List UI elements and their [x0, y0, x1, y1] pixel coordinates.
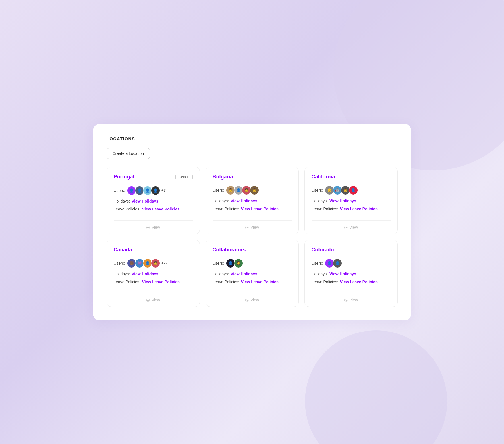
card-header-colorado: Colorado	[312, 247, 391, 253]
avatar-count-portugal: +7	[161, 188, 166, 193]
avatars-portugal: 👤 👤 👤 👤 +7	[127, 186, 166, 195]
policies-label-portugal: Leave Policies:	[114, 207, 140, 211]
policies-label-collaborators: Leave Policies:	[213, 280, 239, 284]
avatar-4: 👩	[151, 259, 160, 268]
view-button-canada[interactable]: ◎ View	[114, 293, 193, 307]
view-button-collaborators[interactable]: ◎ View	[213, 293, 292, 307]
avatars-canada: 🐻 👾 👤 👩 +27	[127, 259, 168, 268]
holidays-row-collaborators: Holidays: View Holidays	[213, 272, 292, 276]
users-label-colorado: Users:	[312, 261, 323, 266]
users-label-california: Users:	[312, 188, 323, 193]
holidays-row-colorado: Holidays: View Holidays	[312, 272, 391, 276]
holidays-label-california: Holidays:	[312, 199, 328, 203]
policies-label-canada: Leave Policies:	[114, 280, 140, 284]
users-row-california: Users: 👴 🤖 👨 👤	[312, 185, 391, 195]
location-name-california: California	[312, 174, 335, 180]
policies-label-colorado: Leave Policies:	[312, 280, 338, 284]
holidays-row-california: Holidays: View Holidays	[312, 199, 391, 203]
view-button-colorado[interactable]: ◎ View	[312, 293, 391, 307]
users-label-bulgaria: Users:	[213, 188, 224, 193]
policies-link-bulgaria[interactable]: View Leave Policies	[241, 207, 279, 211]
policies-row-california: Leave Policies: View Leave Policies	[312, 207, 391, 211]
users-row-canada: Users: 🐻 👾 👤 👩 +27	[114, 259, 193, 268]
card-body-california: Users: 👴 🤖 👨 👤 Holidays: View Holidays L…	[312, 185, 391, 215]
holidays-label-canada: Holidays:	[114, 272, 130, 276]
eye-icon-collaborators: ◎	[245, 297, 249, 303]
location-name-canada: Canada	[114, 247, 132, 253]
users-label-portugal: Users:	[114, 188, 125, 193]
policies-link-portugal[interactable]: View Leave Policies	[142, 207, 180, 211]
view-button-portugal[interactable]: ◎ View	[114, 220, 193, 234]
eye-icon-colorado: ◎	[344, 297, 348, 303]
users-row-colorado: Users: 👤 👤	[312, 259, 391, 268]
avatar-2: 👤	[333, 259, 342, 268]
view-label-collaborators: View	[250, 298, 259, 302]
policies-label-bulgaria: Leave Policies:	[213, 207, 239, 211]
card-header-california: California	[312, 174, 391, 180]
avatar-count-canada: +27	[161, 261, 168, 265]
users-label-canada: Users:	[114, 261, 125, 266]
location-card-portugal: Portugal Default Users: 👤 👤 👤 👤 +7 Holid…	[107, 167, 200, 234]
view-label-colorado: View	[349, 298, 358, 302]
policies-row-bulgaria: Leave Policies: View Leave Policies	[213, 207, 292, 211]
card-body-canada: Users: 🐻 👾 👤 👩 +27 Holidays: View Holida…	[114, 259, 193, 287]
holidays-link-california[interactable]: View Holidays	[329, 199, 356, 203]
locations-grid: Portugal Default Users: 👤 👤 👤 👤 +7 Holid…	[107, 167, 398, 307]
avatar-4: 👨	[250, 185, 259, 195]
card-header-bulgaria: Bulgaria	[213, 174, 292, 180]
location-card-california: California Users: 👴 🤖 👨 👤 Holidays: View…	[304, 167, 398, 234]
users-row-collaborators: Users: 👤 🧔	[213, 259, 292, 268]
location-card-collaborators: Collaborators Users: 👤 🧔 Holidays: View …	[206, 240, 299, 307]
users-row-bulgaria: Users: 👨 👤 👩 👨	[213, 185, 292, 195]
holidays-row-bulgaria: Holidays: View Holidays	[213, 199, 292, 203]
view-label-bulgaria: View	[250, 225, 259, 230]
holidays-label-colorado: Holidays:	[312, 272, 328, 276]
policies-row-canada: Leave Policies: View Leave Policies	[114, 280, 193, 284]
page-title: LOCATIONS	[107, 136, 398, 141]
create-location-button[interactable]: Create a Location	[107, 148, 150, 159]
view-button-bulgaria[interactable]: ◎ View	[213, 220, 292, 234]
policies-link-colorado[interactable]: View Leave Policies	[340, 280, 378, 284]
default-badge-portugal: Default	[175, 174, 192, 180]
holidays-label-collaborators: Holidays:	[213, 272, 229, 276]
holidays-row-portugal: Holidays: View Holidays	[114, 199, 193, 203]
avatar-4: 👤	[151, 186, 160, 195]
view-label-canada: View	[152, 298, 160, 302]
view-button-california[interactable]: ◎ View	[312, 220, 391, 234]
card-header-collaborators: Collaborators	[213, 247, 292, 253]
policies-label-california: Leave Policies:	[312, 207, 338, 211]
eye-icon-canada: ◎	[146, 297, 150, 303]
view-label-california: View	[349, 225, 358, 230]
holidays-link-collaborators[interactable]: View Holidays	[231, 272, 257, 276]
policies-row-portugal: Leave Policies: View Leave Policies	[114, 207, 193, 211]
policies-link-canada[interactable]: View Leave Policies	[142, 280, 180, 284]
policies-link-collaborators[interactable]: View Leave Policies	[241, 280, 279, 284]
users-row-portugal: Users: 👤 👤 👤 👤 +7	[114, 186, 193, 195]
users-label-collaborators: Users:	[213, 261, 224, 266]
avatars-collaborators: 👤 🧔	[226, 259, 242, 268]
location-card-colorado: Colorado Users: 👤 👤 Holidays: View Holid…	[304, 240, 398, 307]
eye-icon-bulgaria: ◎	[245, 225, 249, 230]
avatar-4: 👤	[349, 185, 358, 195]
view-label-portugal: View	[152, 225, 160, 230]
holidays-link-bulgaria[interactable]: View Holidays	[231, 199, 257, 203]
holidays-link-canada[interactable]: View Holidays	[132, 272, 158, 276]
card-body-portugal: Users: 👤 👤 👤 👤 +7 Holidays: View Holiday…	[114, 186, 193, 215]
avatars-colorado: 👤 👤	[325, 259, 341, 268]
card-header-portugal: Portugal Default	[114, 174, 193, 180]
holidays-label-bulgaria: Holidays:	[213, 199, 229, 203]
card-body-collaborators: Users: 👤 🧔 Holidays: View Holidays Leave…	[213, 259, 292, 287]
card-header-canada: Canada	[114, 247, 193, 253]
holidays-link-portugal[interactable]: View Holidays	[132, 199, 158, 203]
location-name-collaborators: Collaborators	[213, 247, 246, 253]
holidays-link-colorado[interactable]: View Holidays	[329, 272, 356, 276]
location-name-colorado: Colorado	[312, 247, 334, 253]
policies-link-california[interactable]: View Leave Policies	[340, 207, 378, 211]
holidays-label-portugal: Holidays:	[114, 199, 130, 203]
location-card-canada: Canada Users: 🐻 👾 👤 👩 +27 Holidays: View…	[107, 240, 200, 307]
avatars-bulgaria: 👨 👤 👩 👨	[226, 185, 258, 195]
location-name-bulgaria: Bulgaria	[213, 174, 233, 180]
main-card: LOCATIONS Create a Location Portugal Def…	[93, 124, 411, 320]
card-body-colorado: Users: 👤 👤 Holidays: View Holidays Leave…	[312, 259, 391, 287]
avatars-california: 👴 🤖 👨 👤	[325, 185, 356, 195]
